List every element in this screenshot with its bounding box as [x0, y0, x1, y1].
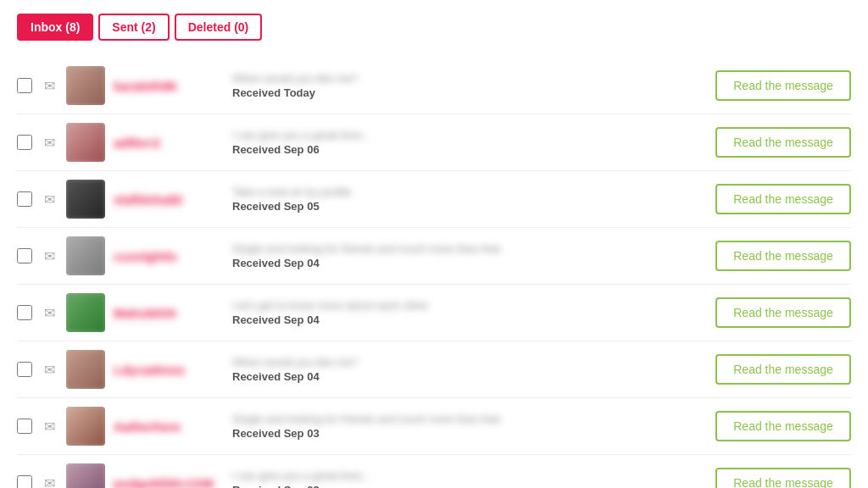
envelope-icon-4: ✉	[41, 248, 58, 264]
username-7: Aatherhere	[114, 419, 224, 434]
message-row: ✉ adlferr2 I can give you a great time..…	[17, 114, 851, 171]
message-row: ✉ Ldycadmoo When would you like me? Rece…	[17, 341, 851, 398]
avatar-2	[66, 123, 105, 162]
msg-left-7: ✉ Aatherhere	[17, 407, 224, 446]
username-8: pudgoblldic1346	[114, 476, 224, 489]
msg-left-5: ✉ Mahub034	[17, 293, 224, 332]
message-row: ✉ Mahub034 Let's get to know more about …	[17, 285, 851, 341]
username-3: slafldsha92	[114, 192, 224, 207]
msg-left-2: ✉ adlferr2	[17, 123, 224, 162]
username-5: Mahub034	[114, 306, 224, 320]
msg-preview-4: Single and looking for friends and much …	[232, 242, 520, 255]
msg-content-5: Let's get to know more about each other …	[232, 299, 707, 326]
msg-date-2: Received Sep 06	[232, 143, 707, 156]
message-row: ✉ slafldsha92 Take a look at my profile …	[17, 171, 851, 228]
username-1: karaleth96	[114, 79, 224, 93]
user-section-7: Aatherhere	[114, 419, 224, 434]
msg-left-8: ✉ pudgoblldic1346	[17, 463, 224, 488]
avatar-1	[66, 66, 105, 105]
user-section-4: cusnlghtls	[114, 249, 224, 263]
envelope-icon-5: ✉	[41, 305, 58, 321]
msg-date-6: Received Sep 04	[232, 370, 707, 383]
avatar-5	[66, 293, 105, 332]
msg-content-1: When would you like me? Received Today	[232, 72, 707, 99]
avatar-3	[66, 180, 105, 219]
user-section-5: Mahub034	[114, 306, 224, 320]
msg-content-3: Take a look at my profile Received Sep 0…	[232, 186, 707, 213]
read-message-button-5[interactable]: Read the message	[715, 297, 851, 328]
msg-checkbox-4[interactable]	[17, 248, 32, 263]
username-2: adlferr2	[114, 136, 224, 150]
msg-content-7: Single and looking for friends and much …	[232, 413, 707, 440]
msg-checkbox-7[interactable]	[17, 419, 32, 434]
tab-inbox[interactable]: Inbox (8)	[17, 14, 93, 41]
msg-left-4: ✉ cusnlghtls	[17, 236, 224, 275]
msg-checkbox-5[interactable]	[17, 305, 32, 320]
msg-checkbox-1[interactable]	[17, 78, 32, 93]
read-message-button-2[interactable]: Read the message	[715, 127, 851, 158]
envelope-icon-1: ✉	[41, 78, 58, 94]
read-message-button-4[interactable]: Read the message	[715, 241, 851, 271]
tab-sent[interactable]: Sent (2)	[98, 14, 169, 41]
user-section-3: slafldsha92	[114, 192, 224, 207]
msg-preview-8: I can give you a great time...	[232, 469, 520, 482]
envelope-icon-7: ✉	[41, 419, 58, 435]
envelope-icon-3: ✉	[41, 191, 58, 208]
user-section-1: karaleth96	[114, 79, 224, 93]
envelope-icon-8: ✉	[41, 475, 58, 489]
msg-left-1: ✉ karaleth96	[17, 66, 224, 105]
avatar-8	[66, 463, 105, 488]
msg-content-4: Single and looking for friends and much …	[232, 242, 707, 269]
read-message-button-8[interactable]: Read the message	[715, 468, 851, 488]
msg-date-8: Received Sep 03	[232, 484, 707, 488]
msg-preview-5: Let's get to know more about each other	[232, 299, 520, 312]
tab-deleted[interactable]: Deleted (0)	[175, 14, 263, 41]
msg-checkbox-6[interactable]	[17, 362, 32, 377]
avatar-4	[66, 236, 105, 275]
message-row: ✉ pudgoblldic1346 I can give you a great…	[17, 455, 851, 488]
msg-preview-3: Take a look at my profile	[232, 186, 520, 198]
msg-date-7: Received Sep 03	[232, 427, 707, 440]
msg-preview-2: I can give you a great time...	[232, 129, 520, 141]
message-row: ✉ karaleth96 When would you like me? Rec…	[17, 58, 851, 114]
msg-date-4: Received Sep 04	[232, 257, 707, 269]
tabs-bar: Inbox (8)Sent (2)Deleted (0)	[17, 14, 851, 41]
msg-checkbox-8[interactable]	[17, 475, 32, 488]
msg-date-3: Received Sep 05	[232, 200, 707, 213]
user-section-8: pudgoblldic1346	[114, 476, 224, 489]
avatar-6	[66, 350, 105, 389]
username-4: cusnlghtls	[114, 249, 224, 263]
envelope-icon-2: ✉	[41, 135, 58, 151]
msg-checkbox-3[interactable]	[17, 191, 32, 207]
read-message-button-7[interactable]: Read the message	[715, 411, 851, 441]
read-message-button-1[interactable]: Read the message	[715, 70, 851, 101]
page-wrapper: Inbox (8)Sent (2)Deleted (0) ✉ karaleth9…	[0, 0, 868, 488]
message-row: ✉ Aatherhere Single and looking for frie…	[17, 398, 851, 455]
msg-content-6: When would you like me? Received Sep 04	[232, 356, 707, 383]
message-row: ✉ cusnlghtls Single and looking for frie…	[17, 228, 851, 285]
user-section-6: Ldycadmoo	[114, 363, 224, 377]
read-message-button-6[interactable]: Read the message	[715, 354, 851, 385]
read-message-button-3[interactable]: Read the message	[715, 184, 851, 214]
msg-preview-7: Single and looking for friends and much …	[232, 413, 520, 425]
message-list: ✉ karaleth96 When would you like me? Rec…	[17, 58, 851, 488]
user-section-2: adlferr2	[114, 136, 224, 150]
msg-left-6: ✉ Ldycadmoo	[17, 350, 224, 389]
msg-date-1: Received Today	[232, 86, 707, 99]
avatar-7	[66, 407, 105, 446]
msg-preview-1: When would you like me?	[232, 72, 520, 85]
username-6: Ldycadmoo	[114, 363, 224, 377]
envelope-icon-6: ✉	[41, 362, 58, 378]
msg-date-5: Received Sep 04	[232, 313, 707, 326]
msg-content-8: I can give you a great time... Received …	[232, 469, 707, 488]
msg-checkbox-2[interactable]	[17, 135, 32, 150]
msg-preview-6: When would you like me?	[232, 356, 520, 369]
msg-left-3: ✉ slafldsha92	[17, 180, 224, 219]
msg-content-2: I can give you a great time... Received …	[232, 129, 707, 156]
